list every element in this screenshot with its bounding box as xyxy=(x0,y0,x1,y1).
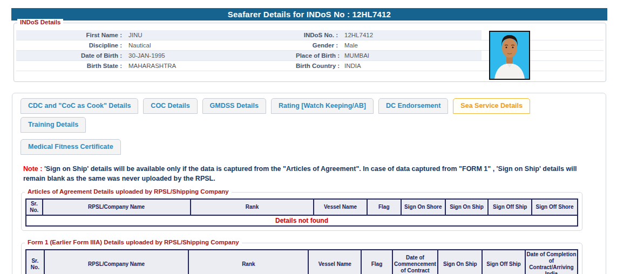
note-prefix: Note : xyxy=(23,165,44,173)
tab-medical-fitness-certificate[interactable]: Medical Fitness Certificate xyxy=(21,139,121,155)
person-avatar-icon xyxy=(490,32,529,79)
tab-label: Training Details xyxy=(28,121,78,128)
gender-value: Male xyxy=(340,40,604,51)
column-header-company: RPSL/Company Name xyxy=(43,199,191,215)
articles-of-agreement-legend: Articles of Agreement Details uploaded b… xyxy=(25,188,232,195)
discipline-label: Discipline : xyxy=(16,40,124,51)
column-header-sr-no: Sr. No. xyxy=(26,250,44,274)
tab-label: Medical Fitness Certificate xyxy=(28,143,113,150)
tab-label: Sea Service Details xyxy=(460,102,523,109)
tab-coc-details[interactable]: COC Details xyxy=(143,98,197,114)
empty-details-row: Details not found xyxy=(26,215,578,226)
tab-label: DC Endorsement xyxy=(386,102,440,109)
tab-gmdss-details[interactable]: GMDSS Details xyxy=(202,98,266,114)
first-name-value: JINU xyxy=(124,30,296,40)
column-header-sign-off-shore: Sign Off Shore xyxy=(532,199,578,215)
date-of-birth-value: 30-JAN-1995 xyxy=(124,51,296,61)
birth-country-label: Birth Country : xyxy=(296,61,340,71)
details-not-found-message: Details not found xyxy=(26,215,578,226)
tab-dc-endorsement[interactable]: DC Endorsement xyxy=(378,98,448,114)
tab-cdc-coc-as-cook-details[interactable]: CDC and "CoC as Cook" Details xyxy=(21,98,138,114)
column-header-sr-no: Sr. No. xyxy=(26,199,43,215)
column-header-sign-on-ship: Sign On Ship xyxy=(438,250,482,274)
column-header-vessel: Vessel Name xyxy=(308,250,361,274)
tab-strip: CDC and "CoC as Cook" Details COC Detail… xyxy=(12,93,606,155)
tab-rating-watch-keeping-ab[interactable]: Rating [Watch Keeping/AB] xyxy=(271,98,374,114)
form1-table: Sr. No. RPSL/Company Name Rank Vessel Na… xyxy=(25,249,578,274)
gender-label: Gender : xyxy=(296,40,340,51)
discipline-value: Nautical xyxy=(124,40,296,51)
place-of-birth-label: Place of Birth : xyxy=(296,51,340,61)
form1-legend: Form 1 (Earlier Form IIIA) Details uploa… xyxy=(25,239,242,245)
column-header-completion-date: Date of Completion of Contract/Arriving … xyxy=(525,250,578,274)
tab-training-details[interactable]: Training Details xyxy=(21,117,86,133)
seafarer-tabs-panel: CDC and "CoC as Cook" Details COC Detail… xyxy=(12,93,606,274)
page-title-bar: Seafarer Details for INDoS No : 12HL7412 xyxy=(11,8,607,20)
first-name-label: First Name : xyxy=(16,30,124,40)
birth-state-value: MAHARASHTRA xyxy=(124,61,296,71)
note-text: 'Sign on Ship' details will be available… xyxy=(23,165,577,182)
column-header-sign-off-ship: Sign Off Ship xyxy=(488,199,532,215)
column-header-rank: Rank xyxy=(188,250,308,274)
indos-no-label: INDoS No. : xyxy=(296,30,340,40)
indos-no-value: 12HL7412 xyxy=(340,30,604,40)
column-header-sign-off-ship: Sign Off Ship xyxy=(482,250,525,274)
form1-section: Form 1 (Earlier Form IIIA) Details uploa… xyxy=(21,243,582,274)
page-title: Seafarer Details for INDoS No : 12HL7412 xyxy=(228,10,391,19)
column-header-flag: Flag xyxy=(367,199,401,215)
tab-label: GMDSS Details xyxy=(210,102,259,109)
table-header-row: Sr. No. RPSL/Company Name Rank Vessel Na… xyxy=(26,199,578,215)
column-header-flag: Flag xyxy=(361,250,392,274)
date-of-birth-label: Date of Birth : xyxy=(16,51,124,61)
place-of-birth-value: MUMBAI xyxy=(340,51,604,61)
tab-sea-service-details[interactable]: Sea Service Details xyxy=(453,98,530,114)
column-header-commencement-date: Date of Commencement of Contract xyxy=(392,250,438,274)
tab-label: Rating [Watch Keeping/AB] xyxy=(279,102,366,109)
column-header-sign-on-shore: Sign On Shore xyxy=(401,199,445,215)
indos-details-section: INDoS Details First Name : JINU INDoS No… xyxy=(13,23,606,82)
column-header-company: RPSL/Company Name xyxy=(44,250,189,274)
column-header-rank: Rank xyxy=(191,199,314,215)
birth-country-value: INDIA xyxy=(340,61,604,71)
column-header-vessel: Vessel Name xyxy=(314,199,367,215)
articles-of-agreement-table: Sr. No. RPSL/Company Name Rank Vessel Na… xyxy=(25,198,578,227)
seafarer-photo xyxy=(489,31,530,80)
column-header-sign-on-ship: Sign On Ship xyxy=(445,199,489,215)
articles-of-agreement-section: Articles of Agreement Details uploaded b… xyxy=(21,192,582,231)
table-header-row: Sr. No. RPSL/Company Name Rank Vessel Na… xyxy=(26,250,578,274)
tab-label: COC Details xyxy=(151,102,189,109)
birth-state-label: Birth State : xyxy=(16,61,124,71)
indos-details-legend: INDoS Details xyxy=(17,19,63,25)
tab-label: CDC and "CoC as Cook" Details xyxy=(28,102,131,109)
sign-on-ship-note: Note : 'Sign on Ship' details will be av… xyxy=(23,165,595,183)
